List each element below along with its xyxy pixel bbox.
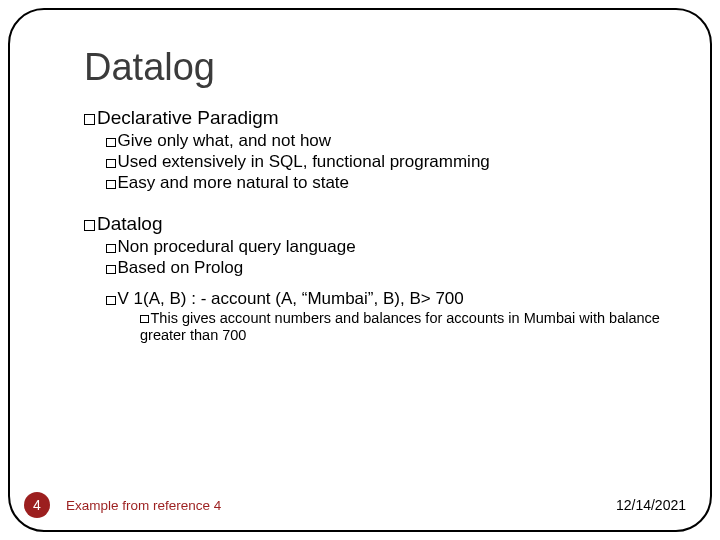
list-item: Give only what, and not how xyxy=(106,131,668,151)
square-bullet-icon xyxy=(84,220,95,231)
note-text: This gives account numbers and balances … xyxy=(140,310,660,343)
item-text: Give only what, and not how xyxy=(118,131,332,150)
square-bullet-icon xyxy=(106,159,116,169)
square-bullet-icon xyxy=(140,315,149,324)
section-declarative-heading: Declarative Paradigm xyxy=(84,107,668,129)
list-item: Used extensively in SQL, functional prog… xyxy=(106,152,668,172)
slide-frame: Datalog Declarative Paradigm Give only w… xyxy=(8,8,712,532)
square-bullet-icon xyxy=(106,138,116,148)
square-bullet-icon xyxy=(106,180,116,190)
square-bullet-icon xyxy=(106,265,116,275)
square-bullet-icon xyxy=(84,114,95,125)
date-text: 12/14/2021 xyxy=(616,497,686,513)
list-item: Non procedural query language xyxy=(106,237,668,257)
heading-text: Declarative Paradigm xyxy=(97,107,279,128)
item-text: Used extensively in SQL, functional prog… xyxy=(118,152,490,171)
reference-text: Example from reference 4 xyxy=(66,498,221,513)
example-text: V 1(A, B) : - account (A, “Mumbai”, B), … xyxy=(118,289,464,308)
item-text: Non procedural query language xyxy=(118,237,356,256)
heading-text: Datalog xyxy=(97,213,163,234)
list-item: Based on Prolog xyxy=(106,258,668,278)
example-note: This gives account numbers and balances … xyxy=(140,310,660,345)
section-datalog-heading: Datalog xyxy=(84,213,668,235)
page-number-badge: 4 xyxy=(24,492,50,518)
list-item: Easy and more natural to state xyxy=(106,173,668,193)
slide-footer: 4 Example from reference 4 12/14/2021 xyxy=(0,488,720,518)
square-bullet-icon xyxy=(106,296,116,306)
item-text: Based on Prolog xyxy=(118,258,244,277)
item-text: Easy and more natural to state xyxy=(118,173,350,192)
example-item: V 1(A, B) : - account (A, “Mumbai”, B), … xyxy=(106,289,668,309)
square-bullet-icon xyxy=(106,244,116,254)
slide-content: Declarative Paradigm Give only what, and… xyxy=(84,107,668,345)
slide-title: Datalog xyxy=(84,46,668,89)
